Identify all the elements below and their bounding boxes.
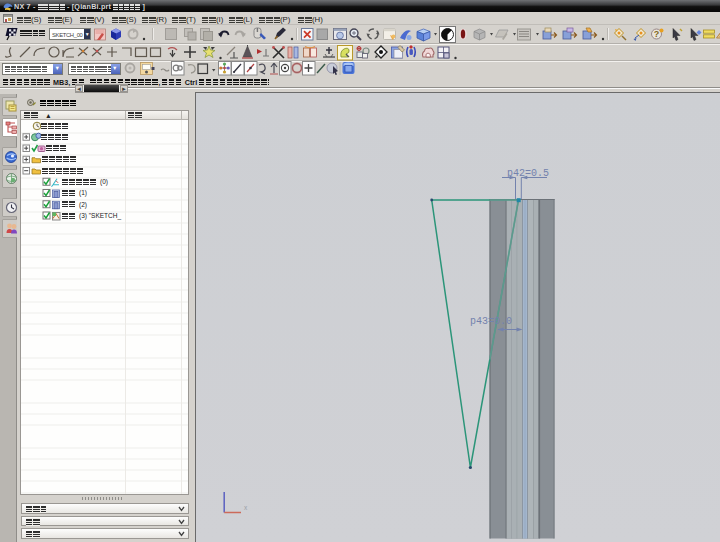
svg-text:(1): (1) [79,189,87,197]
svg-text:(0): (0) [100,178,108,186]
svg-text:?: ? [654,29,660,39]
svg-text:(2): (2) [79,201,87,209]
svg-text:(3) "SKETCH_: (3) "SKETCH_ [79,212,121,220]
svg-text:p42=0.5: p42=0.5 [507,168,549,179]
svg-text:p43=0.0: p43=0.0 [470,316,512,327]
